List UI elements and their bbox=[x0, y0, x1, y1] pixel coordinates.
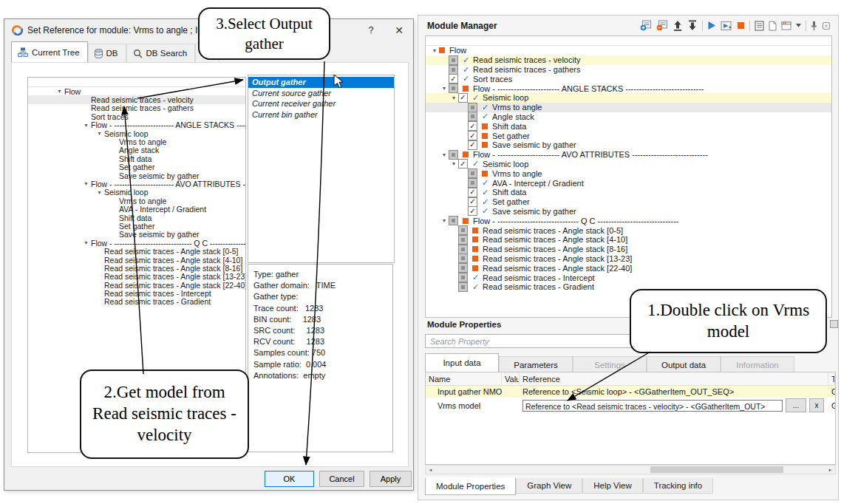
module-tree-item[interactable]: ✓Vrms to angle bbox=[426, 103, 831, 112]
tree-item[interactable]: Set gather bbox=[28, 163, 245, 171]
expander-icon[interactable]: ▾ bbox=[430, 47, 439, 54]
run-flow-icon[interactable] bbox=[721, 20, 732, 32]
horizontal-scrollbar[interactable]: ◄ ► bbox=[425, 465, 836, 474]
expander-icon[interactable]: ▾ bbox=[449, 160, 458, 167]
tab-db-search[interactable]: DB Search bbox=[126, 44, 196, 63]
module-tree-item[interactable]: ▾Flow - ----------------------- AVO ATTR… bbox=[426, 150, 831, 160]
expander-icon[interactable]: ▾ bbox=[440, 217, 449, 224]
module-tree-item[interactable]: Read seismic traces - Angle stack [13-23… bbox=[426, 254, 831, 264]
download-icon[interactable] bbox=[687, 20, 698, 32]
module-tree-item[interactable]: ✓✓Set gather bbox=[426, 197, 831, 207]
module-checkbox[interactable] bbox=[468, 103, 477, 112]
panel-options-icon[interactable] bbox=[830, 320, 838, 328]
module-tree-item[interactable]: ✓Read seismic traces - velocity bbox=[426, 55, 831, 65]
property-row-input-gather-nmo[interactable]: Input gather NMOReference to <Seismic lo… bbox=[426, 386, 835, 398]
module-tree-item[interactable]: ▾Flow - ----------------------- ANGLE ST… bbox=[426, 84, 831, 93]
tree-item[interactable]: ▾Flow - ------------------------------ Q… bbox=[28, 239, 245, 247]
module-tree-item[interactable]: ▾✓✓Seismic loop bbox=[426, 160, 831, 169]
tree-item[interactable]: AVA - Intercept / Gradient bbox=[28, 205, 245, 213]
module-tree-item[interactable]: Read seismic traces - Angle stack [8-16] bbox=[426, 245, 831, 254]
cancel-button[interactable]: Cancel bbox=[319, 471, 364, 487]
module-checkbox[interactable]: ✓ bbox=[468, 121, 477, 131]
module-checkbox[interactable] bbox=[449, 216, 458, 225]
scroll-right-icon[interactable]: ► bbox=[825, 466, 835, 474]
scrollbar-thumb[interactable] bbox=[650, 466, 783, 473]
bottom-tab-module-properties[interactable]: Module Properties bbox=[425, 477, 516, 495]
bottom-tab-graph-view[interactable]: Graph View bbox=[516, 478, 582, 494]
module-checkbox[interactable] bbox=[449, 55, 458, 65]
module-tree-item[interactable]: ✓Save seismic by gather bbox=[426, 140, 831, 150]
module-checkbox[interactable]: ✓ bbox=[468, 188, 477, 197]
dropdown-arrow-icon[interactable] bbox=[796, 20, 801, 32]
reference-list-item[interactable]: Output gather bbox=[248, 77, 394, 88]
tree-item[interactable]: Angle stack bbox=[28, 146, 245, 154]
prop-tab-output-data[interactable]: Output data bbox=[647, 356, 721, 372]
tab-current-tree[interactable]: Current Tree bbox=[11, 41, 88, 64]
new-document-icon[interactable] bbox=[769, 20, 777, 32]
module-tree-item[interactable]: Read seismic traces - Angle stack [4-10] bbox=[426, 235, 831, 245]
module-tree-item[interactable]: ✓Shift data bbox=[426, 121, 831, 131]
tree-item[interactable]: Save seismic by gather bbox=[28, 231, 245, 239]
column-header-reference[interactable]: Reference bbox=[520, 372, 828, 385]
expander-icon[interactable]: ▾ bbox=[440, 151, 449, 158]
help-button[interactable]: ? bbox=[358, 19, 384, 41]
module-tree-item[interactable]: Vrms to angle bbox=[426, 168, 831, 178]
column-header-value[interactable]: Value bbox=[502, 372, 520, 385]
tree-item[interactable]: Set gather bbox=[28, 222, 245, 230]
tree-item[interactable]: Read seismic traces - Angle stack [13-23… bbox=[28, 273, 245, 281]
module-checkbox[interactable] bbox=[468, 168, 477, 178]
property-row-vrms-model[interactable]: Vrms modelReference to <Read seismic tra… bbox=[426, 398, 835, 413]
module-checkbox[interactable]: ✓ bbox=[458, 93, 468, 103]
tree-item[interactable]: ▾Seismic loop bbox=[28, 188, 245, 197]
module-checkbox[interactable] bbox=[449, 84, 458, 93]
module-checkbox[interactable] bbox=[449, 65, 458, 75]
tree-item[interactable]: Read seismic traces - Angle stack [22-40… bbox=[28, 281, 245, 289]
module-checkbox[interactable]: ✓ bbox=[449, 74, 458, 84]
browse-button[interactable]: ... bbox=[786, 398, 806, 412]
ok-button[interactable]: OK bbox=[265, 471, 314, 487]
tree-item[interactable]: ▾Flow - ----------------------- AVO ATTR… bbox=[28, 180, 245, 188]
prop-tab-input-data[interactable]: Input data bbox=[425, 353, 499, 372]
apply-button[interactable]: Apply bbox=[370, 471, 412, 487]
module-tree-item[interactable]: ✓Set gather bbox=[426, 131, 831, 140]
module-tree-item[interactable]: ✓Angle stack bbox=[426, 112, 831, 122]
bottom-tab-tracking-info[interactable]: Tracking info bbox=[643, 478, 713, 494]
module-tree-item[interactable]: ▾✓✓Seismic loop bbox=[426, 93, 831, 103]
reference-list-item[interactable]: Current source gather bbox=[248, 88, 394, 99]
reference-list-item[interactable]: Current receiver gather bbox=[248, 98, 394, 109]
tree-item[interactable]: Save seismic by gather bbox=[28, 171, 245, 180]
column-header-type[interactable]: Type bbox=[828, 372, 835, 385]
module-tree-item[interactable]: Read seismic traces - Angle stack [0-5] bbox=[426, 225, 831, 235]
tree-item[interactable]: ▾Flow - ----------------------- ANGLE ST… bbox=[28, 121, 245, 129]
module-checkbox[interactable]: ✓ bbox=[468, 197, 477, 207]
module-tree-item[interactable]: ✓Read seismic traces - Intercept bbox=[426, 273, 831, 282]
tree-item[interactable]: ▾Seismic loop bbox=[28, 129, 245, 137]
module-tree-item[interactable]: ✓Read seismic traces - gathers bbox=[426, 65, 831, 75]
tab-db[interactable]: DB bbox=[88, 44, 126, 63]
tree-item[interactable]: Read seismic traces - Angle stack [0-5] bbox=[28, 247, 245, 255]
module-checkbox[interactable] bbox=[458, 245, 468, 254]
module-tree-item[interactable]: Read seismic traces - Angle stack [22-40… bbox=[426, 263, 831, 273]
tree-item[interactable]: Sort traces bbox=[28, 112, 245, 120]
expander-icon[interactable]: ▾ bbox=[95, 189, 104, 196]
remove-module-icon[interactable] bbox=[656, 20, 668, 32]
module-tree-item[interactable]: ✓✓Save seismic by gather bbox=[426, 207, 831, 217]
column-header-name[interactable]: Name bbox=[426, 372, 502, 385]
module-tree-item[interactable]: ▾Flow bbox=[426, 46, 831, 55]
module-tree-item[interactable]: ✓AVA - Intercept / Gradient bbox=[426, 178, 831, 188]
reference-list-item[interactable]: Current bin gather bbox=[248, 109, 394, 120]
module-tree-item[interactable]: ✓✓Sort traces bbox=[426, 74, 831, 84]
tree-item[interactable]: Read seismic traces - Angle stack [4-10] bbox=[28, 256, 245, 264]
expander-icon[interactable]: ▾ bbox=[440, 85, 449, 92]
module-checkbox[interactable]: ✓ bbox=[468, 140, 477, 150]
expander-icon[interactable]: ▾ bbox=[81, 180, 91, 187]
tree-item[interactable]: Read seismic traces - Intercept bbox=[28, 289, 245, 297]
tree-item[interactable]: Read seismic traces - Angle stack [8-16] bbox=[28, 264, 245, 272]
tree-item[interactable]: Read seismic traces - Gradient bbox=[28, 298, 245, 306]
module-checkbox[interactable] bbox=[468, 112, 477, 121]
module-checkbox[interactable] bbox=[458, 235, 468, 245]
expander-icon[interactable]: ▾ bbox=[81, 239, 91, 246]
expander-icon[interactable]: ▾ bbox=[449, 95, 458, 101]
tree-item[interactable]: ▾Flow bbox=[28, 87, 245, 95]
module-tree-item[interactable]: ✓✓Shift data bbox=[426, 188, 831, 197]
